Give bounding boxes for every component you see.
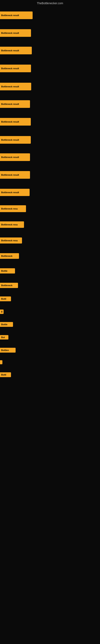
bottleneck-bar-12: Bottleneck resu (0, 222, 24, 228)
bottleneck-bar-18: B (0, 310, 3, 314)
bottleneck-label-15: Bottle (1, 270, 7, 272)
bottleneck-bar-23: Bottl (0, 372, 11, 377)
site-title: TheBottlenecker.com (0, 0, 100, 6)
bottleneck-bar-17: Bottl (0, 296, 11, 301)
bottleneck-label-9: Bottleneck result (1, 174, 19, 176)
bottleneck-bar-13: Bottleneck resu (0, 238, 22, 244)
bottleneck-label-13: Bottleneck resu (1, 239, 18, 242)
bottleneck-label-12: Bottleneck resu (1, 224, 18, 226)
bottleneck-bar-11: Bottleneck resu (0, 205, 26, 212)
bottleneck-label-5: Bottleneck result (1, 103, 19, 105)
bottleneck-label-17: Bottl (1, 298, 6, 300)
bottleneck-bar-6: Bottleneck result (0, 118, 31, 126)
bottleneck-label-19: Bottle (1, 323, 7, 326)
bottleneck-bar-1: Bottleneck result (0, 29, 31, 37)
bottleneck-label-4: Bottleneck result (1, 85, 19, 88)
bottleneck-label-0: Bottleneck result (1, 14, 19, 16)
bottleneck-bar-5: Bottleneck result (0, 100, 30, 108)
bottleneck-bar-8: Bottleneck result (0, 153, 30, 161)
bottleneck-label-1: Bottleneck result (1, 32, 19, 34)
bottleneck-label-18: B (1, 310, 2, 313)
bottleneck-label-8: Bottleneck result (1, 156, 19, 158)
bottleneck-bar-16: Bottleneck (0, 283, 18, 288)
bottleneck-label-14: Bottleneck (1, 255, 12, 257)
bottleneck-bar-19: Bottle (0, 322, 13, 327)
bottleneck-bar-2: Bottleneck result (0, 47, 32, 54)
bottleneck-bar-15: Bottle (0, 268, 15, 274)
bottleneck-label-3: Bottleneck result (1, 67, 19, 70)
bottleneck-bar-21: Bottlen (0, 348, 16, 352)
bottleneck-bar-14: Bottleneck (0, 253, 19, 259)
bottleneck-label-16: Bottleneck (1, 284, 12, 286)
bottleneck-bar-0: Bottleneck result (0, 12, 33, 19)
bottleneck-label-11: Bottleneck resu (1, 208, 18, 210)
bottleneck-label-20: Bot (1, 336, 5, 338)
bottleneck-bar-10: Bottleneck result (0, 189, 30, 196)
bottleneck-label-7: Bottleneck result (1, 139, 19, 141)
bottleneck-bar-7: Bottleneck result (0, 136, 31, 144)
bottleneck-bar-4: Bottleneck result (0, 83, 31, 90)
bottleneck-bar-9: Bottleneck result (0, 171, 30, 179)
bottleneck-label-21: Bottlen (1, 349, 9, 352)
bottleneck-bar-22: | (0, 360, 2, 364)
bottleneck-label-2: Bottleneck result (1, 49, 19, 52)
bottleneck-label-23: Bottl (1, 374, 6, 376)
bottleneck-bar-3: Bottleneck result (0, 64, 31, 72)
bottleneck-bar-20: Bot (0, 335, 8, 340)
bottleneck-label-6: Bottleneck result (1, 120, 19, 123)
bottleneck-label-10: Bottleneck result (1, 191, 19, 194)
